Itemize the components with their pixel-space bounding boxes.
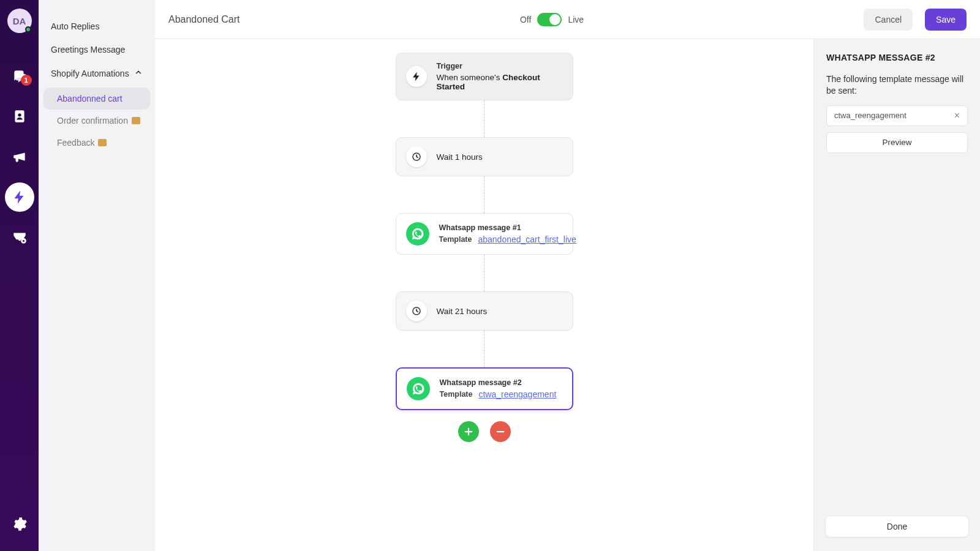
toggle-on-label: Live xyxy=(568,15,584,24)
sidebar-sub-label: Order confirmation xyxy=(57,116,128,126)
node-title: Whatsapp message #2 xyxy=(440,378,557,387)
panel-description: The following template message will be s… xyxy=(826,73,968,97)
chevron-up-icon xyxy=(134,68,143,78)
sidebar-label: Greetings Message xyxy=(51,45,125,54)
whatsapp-icon xyxy=(406,222,429,246)
nav-automations[interactable] xyxy=(5,182,34,212)
sidebar-sub-label: Abandonned cart xyxy=(57,94,123,103)
sidebar-sub-abandoned-cart[interactable]: Abandonned cart xyxy=(43,88,150,110)
status-toggle[interactable] xyxy=(537,13,562,26)
node-text: Wait 1 hours xyxy=(437,152,483,162)
flow-canvas[interactable]: Trigger When someone's Checkout Started … xyxy=(155,39,813,551)
bolt-icon xyxy=(406,66,427,87)
avatar-wrap[interactable]: DA xyxy=(7,9,32,33)
presence-indicator xyxy=(25,26,31,32)
template-label: Template xyxy=(440,390,473,399)
remove-step-button[interactable] xyxy=(490,421,511,442)
whatsapp-icon xyxy=(407,377,430,400)
add-step-button[interactable] xyxy=(458,421,479,442)
status-toggle-group: Off Live xyxy=(520,13,584,26)
nav-rail: DA 1 xyxy=(0,0,39,551)
sidebar-item-greetings[interactable]: Greetings Message xyxy=(43,38,150,61)
sidebar-item-shopify-automations[interactable]: Shopify Automations xyxy=(43,61,150,85)
node-description: When someone's Checkout Started xyxy=(437,73,563,91)
sidebar-label: Shopify Automations xyxy=(51,69,129,78)
connector xyxy=(484,176,484,213)
node-label: Trigger xyxy=(437,62,563,70)
sidebar-sub-feedback[interactable]: Feedback xyxy=(43,132,150,154)
connector xyxy=(484,255,484,291)
bolt-icon xyxy=(12,189,28,205)
toggle-knob xyxy=(549,14,560,25)
node-text: Wait 21 hours xyxy=(437,307,488,316)
sidebar-item-auto-replies[interactable]: Auto Replies xyxy=(43,15,150,38)
premium-icon xyxy=(98,139,107,146)
template-label: Template xyxy=(439,235,472,244)
topbar: Abandoned Cart Off Live Cancel Save xyxy=(155,0,980,39)
sidebar-sub-order-confirmation[interactable]: Order confirmation xyxy=(43,110,150,132)
flow-node-wait-1[interactable]: Wait 1 hours xyxy=(396,137,573,176)
template-link[interactable]: abandoned_cart_first_live xyxy=(478,234,576,244)
sidebar-label: Auto Replies xyxy=(51,21,99,31)
unread-badge: 1 xyxy=(21,75,32,86)
flow-node-message-1[interactable]: Whatsapp message #1 Template abandoned_c… xyxy=(396,213,573,255)
template-chip[interactable]: ctwa_reengagement × xyxy=(826,105,968,126)
connector xyxy=(484,331,484,367)
svg-point-3 xyxy=(22,240,24,242)
detail-panel: WHATSAPP MESSAGE #2 The following templa… xyxy=(813,39,980,551)
template-chip-label: ctwa_reengagement xyxy=(834,111,907,120)
nav-settings[interactable] xyxy=(5,509,34,539)
main: Abandoned Cart Off Live Cancel Save Trig… xyxy=(155,0,980,551)
flow-node-wait-2[interactable]: Wait 21 hours xyxy=(396,291,573,331)
nav-inbox-settings[interactable] xyxy=(5,223,34,252)
clock-icon xyxy=(406,301,427,321)
premium-icon xyxy=(132,117,140,124)
node-title: Whatsapp message #1 xyxy=(439,223,576,232)
inbox-gear-icon xyxy=(12,230,28,246)
panel-title: WHATSAPP MESSAGE #2 xyxy=(826,53,968,62)
address-book-icon xyxy=(12,108,28,124)
clock-icon xyxy=(406,146,427,167)
gear-icon xyxy=(12,516,28,532)
toggle-off-label: Off xyxy=(520,15,531,24)
flow-node-message-2[interactable]: Whatsapp message #2 Template ctwa_reenga… xyxy=(396,367,573,410)
cancel-button[interactable]: Cancel xyxy=(864,9,913,31)
connector xyxy=(484,100,484,137)
minus-icon xyxy=(495,426,506,437)
preview-button[interactable]: Preview xyxy=(826,132,968,153)
page-title: Abandoned Cart xyxy=(168,14,240,25)
template-link[interactable]: ctwa_reengagement xyxy=(478,389,556,399)
save-button[interactable]: Save xyxy=(925,9,967,31)
done-button[interactable]: Done xyxy=(825,515,969,538)
nav-conversations[interactable]: 1 xyxy=(5,61,34,91)
nav-contacts[interactable] xyxy=(5,102,34,131)
sidebar-sub-label: Feedback xyxy=(57,138,94,148)
plus-icon xyxy=(463,426,474,437)
svg-point-1 xyxy=(18,113,21,116)
megaphone-icon xyxy=(12,149,28,165)
nav-campaigns[interactable] xyxy=(5,142,34,171)
flow-node-trigger[interactable]: Trigger When someone's Checkout Started xyxy=(396,53,573,100)
close-icon[interactable]: × xyxy=(954,110,960,121)
sidebar: Auto Replies Greetings Message Shopify A… xyxy=(39,0,155,551)
